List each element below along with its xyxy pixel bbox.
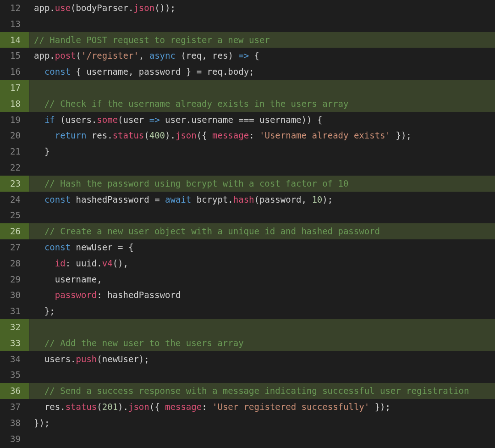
code-token: body: [228, 66, 249, 77]
indent: [34, 258, 55, 268]
code-token: bcrypt: [197, 194, 228, 205]
code-token: [191, 194, 196, 205]
code-token: 201: [102, 402, 118, 412]
indent: [34, 226, 44, 236]
code-token: 'User registered successfully': [212, 402, 369, 412]
code-token: ;: [249, 66, 254, 77]
code-token: [71, 194, 76, 205]
code-token: hashedPassword: [107, 290, 181, 300]
code-token: password: [55, 290, 97, 300]
code-line[interactable]: // Add the new user to the users array: [29, 335, 495, 351]
code-token: .: [50, 50, 55, 61]
code-line[interactable]: [29, 319, 495, 335]
code-line[interactable]: if (users.some(user => user.username ===…: [29, 112, 495, 128]
code-token: .: [60, 402, 65, 412]
indent: [34, 115, 44, 125]
code-line[interactable]: username,: [29, 271, 495, 288]
code-line[interactable]: // Send a success response with a messag…: [29, 383, 495, 399]
code-token: json: [133, 3, 154, 13]
line-number: 27: [0, 239, 29, 255]
code-token: (: [254, 194, 259, 205]
code-token: );: [322, 194, 333, 205]
code-token: ({: [197, 130, 212, 140]
code-line[interactable]: // Handle POST request to register a new…: [29, 32, 495, 48]
line-number: 35: [0, 367, 29, 383]
line-number: 28: [0, 255, 29, 271]
indent: [34, 99, 44, 109]
code-token: post: [55, 50, 76, 61]
code-line[interactable]: password: hashedPassword: [29, 287, 495, 303]
code-token: const: [44, 242, 71, 252]
code-token: some: [97, 115, 118, 125]
indent: [34, 194, 44, 205]
code-token: return: [55, 130, 87, 140]
code-line[interactable]: users.push(newUser);: [29, 351, 495, 367]
code-token: message: [165, 402, 202, 412]
code-token: (: [55, 115, 66, 125]
code-line[interactable]: res.status(201).json({ message: 'User re…: [29, 399, 495, 415]
code-token: v4: [102, 258, 113, 268]
code-token: (: [76, 50, 81, 61]
code-line[interactable]: [29, 80, 495, 96]
code-line[interactable]: id: uuid.v4(),: [29, 255, 495, 271]
code-line[interactable]: [29, 367, 495, 383]
code-line[interactable]: app.post('/register', async (req, res) =…: [29, 48, 495, 64]
line-number: 26: [0, 223, 29, 239]
code-token: ());: [154, 3, 176, 13]
code-token: ).: [118, 402, 128, 412]
line-number: 14: [0, 32, 29, 48]
indent: [34, 290, 55, 300]
code-editor[interactable]: 1213141516171819202122232425262728293031…: [0, 0, 495, 447]
code-token: .: [186, 115, 191, 125]
line-number: 33: [0, 335, 29, 351]
code-line[interactable]: // Check if the username already exists …: [29, 96, 495, 112]
code-line[interactable]: }: [29, 144, 495, 160]
code-line[interactable]: [29, 207, 495, 223]
code-token: status: [66, 402, 97, 412]
code-token: res: [92, 130, 107, 140]
code-token: ===: [233, 115, 259, 125]
line-number: 30: [0, 287, 29, 303]
code-token: 10: [312, 194, 322, 205]
indent: [34, 146, 44, 156]
code-token: :: [66, 258, 76, 268]
line-number: 15: [0, 48, 29, 64]
code-line[interactable]: // Create a new user object with a uniqu…: [29, 223, 495, 239]
code-line[interactable]: };: [29, 303, 495, 319]
code-line[interactable]: return res.status(400).json({ message: '…: [29, 127, 495, 144]
line-number: 17: [0, 80, 29, 96]
code-line[interactable]: [29, 160, 495, 176]
code-line[interactable]: [29, 431, 495, 447]
code-line[interactable]: const newUser = {: [29, 239, 495, 255]
code-line[interactable]: const hashedPassword = await bcrypt.hash…: [29, 192, 495, 208]
code-line[interactable]: // Hash the password using bcrypt with a…: [29, 176, 495, 192]
code-line[interactable]: const { username, password } = req.body;: [29, 64, 495, 80]
indent: [34, 178, 44, 188]
code-line[interactable]: app.use(bodyParser.json());: [29, 0, 495, 16]
code-token: bodyParser: [76, 3, 128, 13]
code-token: .: [128, 3, 133, 13]
code-token: ,: [128, 66, 139, 77]
code-token: json: [128, 402, 149, 412]
code-token: hash: [233, 194, 254, 205]
code-token: ,: [202, 50, 212, 61]
code-line[interactable]: });: [29, 415, 495, 431]
code-token: await: [165, 194, 191, 205]
code-token: '/register': [81, 50, 139, 61]
code-line[interactable]: [29, 16, 495, 32]
code-token: };: [44, 306, 55, 316]
code-token: uuid: [76, 258, 97, 268]
code-token: newUser: [76, 242, 113, 252]
code-token: :: [249, 130, 259, 140]
code-token: [71, 242, 76, 252]
code-token: [160, 115, 165, 125]
code-area[interactable]: app.use(bodyParser.json());// Handle POS…: [29, 0, 495, 447]
code-token: });: [390, 130, 412, 140]
code-token: password: [139, 66, 181, 77]
indent: [34, 386, 44, 396]
code-token: username: [191, 115, 233, 125]
code-token: {: [249, 50, 259, 61]
code-token: } =: [181, 66, 207, 77]
line-number: 39: [0, 431, 29, 447]
line-number: 36: [0, 383, 29, 399]
